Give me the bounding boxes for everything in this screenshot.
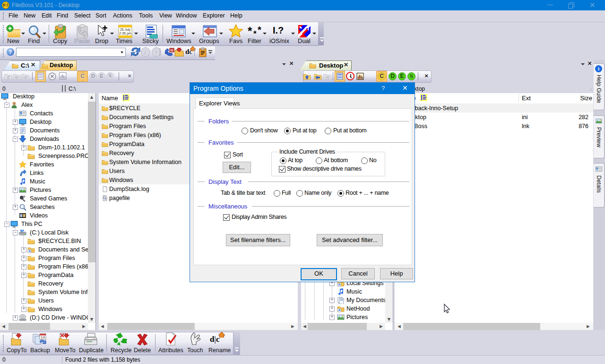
svg-text:M: M — [171, 49, 173, 52]
svg-text:2:35 pm: 2:35 pm — [119, 32, 131, 35]
svg-text:14: 14 — [41, 335, 45, 339]
svg-text:25 July: 25 July — [120, 28, 131, 32]
